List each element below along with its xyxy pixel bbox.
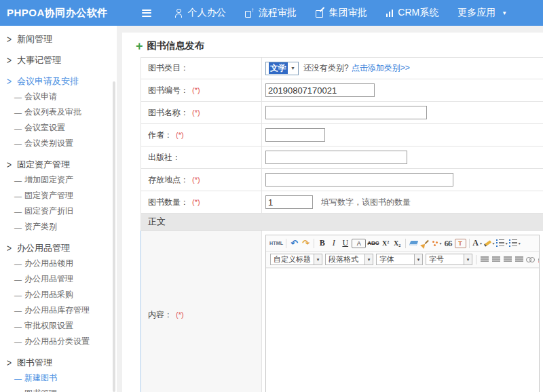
field-label: 图书编号： (*)	[141, 79, 262, 101]
field-label: 作者： (*)	[141, 124, 262, 146]
editor-content-area[interactable]	[266, 268, 539, 392]
sidebar-item-approval-permission[interactable]: — 审批权限设置	[0, 318, 117, 334]
sidebar-item-book-manage[interactable]: — 图书管理	[0, 386, 117, 392]
sidebar-item-asset-category[interactable]: — 资产类别	[0, 219, 117, 235]
form-row-book-code: 图书编号： (*)	[141, 79, 543, 102]
format-painter-icon[interactable]: ▾	[432, 237, 442, 249]
font-border-button[interactable]: A	[352, 239, 366, 248]
sidebar-group-office-supplies[interactable]: > 办公用品管理	[0, 240, 117, 256]
section-header-body-text: 正文	[141, 214, 543, 231]
font-color-button[interactable]: A▾	[472, 237, 483, 249]
dash-icon: —	[14, 93, 24, 101]
sidebar-item-meeting-category[interactable]: — 会议类别设置	[0, 136, 117, 151]
form-row-book-name: 图书名称： (*)	[141, 102, 543, 124]
ordered-list-icon[interactable]: ▾	[496, 237, 508, 249]
nav-personal-office[interactable]: 个人办公	[165, 7, 236, 19]
publisher-input[interactable]	[265, 151, 407, 164]
paste-as-text-icon[interactable]: T	[455, 239, 466, 248]
clear-format-broom-icon[interactable]	[420, 237, 430, 249]
category-select[interactable]: 文学 ▼	[265, 62, 299, 75]
strikethrough-button[interactable]: ABC	[367, 237, 379, 249]
nav-label: 流程审批	[259, 7, 297, 19]
required-mark: (*)	[176, 131, 184, 139]
bold-button[interactable]: B	[317, 237, 327, 249]
align-center-icon[interactable]	[491, 254, 501, 265]
underline-button[interactable]: U	[340, 237, 350, 249]
subscript-button[interactable]: X₂	[392, 237, 402, 249]
sidebar-item-supplies-inventory[interactable]: — 办公用品库存管理	[0, 302, 117, 318]
hamburger-menu-icon[interactable]	[139, 7, 154, 20]
caret-down-icon: ▼	[502, 10, 507, 16]
form-row-location: 存放地点： (*)	[141, 169, 543, 191]
sidebar-group-fixed-assets[interactable]: > 固定资产管理	[0, 157, 117, 172]
dash-icon: —	[14, 176, 24, 184]
sidebar-item-supplies-claim[interactable]: — 办公用品领用	[0, 256, 117, 271]
superscript-button[interactable]: X²	[381, 237, 391, 249]
custom-heading-select[interactable]: 自定义标题 ▾	[270, 254, 322, 265]
sidebar-item-label: 资产类别	[24, 221, 57, 233]
chevron-right-icon: >	[7, 33, 17, 44]
sidebar-item-meeting-room[interactable]: — 会议室设置	[0, 120, 117, 136]
sidebar-item-meeting-apply[interactable]: — 会议申请	[0, 89, 117, 104]
align-right-icon[interactable]	[502, 254, 512, 265]
form-row-quantity: 图书数量： (*) 填写数字，该图书的数量	[141, 191, 543, 214]
editor-toolbar-row1: HTML ↶ ↷ B I U A ABC X² X₂	[266, 235, 539, 252]
paragraph-format-select[interactable]: 段落格式 ▾	[325, 254, 373, 265]
location-input[interactable]	[265, 173, 453, 187]
page-title-text: 图书信息发布	[147, 40, 204, 52]
sidebar-item-add-asset[interactable]: — 增加固定资产	[0, 172, 117, 188]
eraser-icon[interactable]	[409, 237, 419, 249]
nav-workflow-approval[interactable]: ↑ 流程审批	[236, 7, 306, 19]
sidebar-group-news[interactable]: > 新闻管理	[0, 31, 117, 47]
chevron-right-icon: >	[7, 159, 17, 170]
chevron-right-icon: >	[7, 357, 17, 368]
font-size-select[interactable]: 字号 ▾	[426, 254, 472, 265]
italic-button[interactable]: I	[329, 237, 339, 249]
sidebar-item-label: 办公用品管理	[24, 273, 73, 285]
link-icon[interactable]	[525, 254, 536, 265]
sidebar-item-supplies-manage[interactable]: — 办公用品管理	[0, 271, 117, 287]
highlight-pen-icon[interactable]: ▾	[484, 237, 495, 249]
sidebar-item-label: 新建图书	[24, 372, 57, 384]
sidebar-item-supplies-purchase[interactable]: — 办公用品采购	[0, 287, 117, 302]
sidebar-item-meeting-list[interactable]: — 会议列表及审批	[0, 104, 117, 120]
sidebar-group-books[interactable]: > 图书管理	[0, 355, 117, 370]
nav-label: CRM系统	[398, 7, 438, 19]
book-code-input[interactable]	[265, 83, 375, 97]
font-family-select[interactable]: 字体 ▾	[376, 254, 423, 265]
toolbar-separator	[314, 239, 314, 248]
unordered-list-icon[interactable]: ▾	[509, 237, 521, 249]
html-source-button[interactable]: HTML	[269, 237, 283, 249]
sidebar-item-label: 新闻管理	[17, 33, 52, 45]
nav-more-apps[interactable]: 更多应用 ▼	[448, 7, 517, 19]
sidebar-item-label: 会议列表及审批	[24, 106, 81, 118]
chevron-right-icon: >	[7, 242, 17, 253]
toolbar-separator	[469, 239, 470, 248]
unlink-icon[interactable]	[537, 254, 539, 265]
sidebar-item-new-book[interactable]: — 新建图书	[0, 370, 117, 386]
redo-icon[interactable]: ↷	[301, 237, 311, 249]
sidebar-item-supplies-category[interactable]: — 办公用品分类设置	[0, 334, 117, 349]
align-justify-icon[interactable]	[514, 254, 524, 265]
sidebar-item-label: 会议申请及安排	[17, 75, 79, 87]
sidebar-item-asset-manage[interactable]: — 固定资产管理	[0, 188, 117, 203]
blockquote-button[interactable]: 66	[443, 237, 453, 249]
sidebar-item-asset-depreciation[interactable]: — 固定资产折旧	[0, 203, 117, 219]
sidebar-group-events[interactable]: > 大事记管理	[0, 52, 117, 68]
nav-crm-system[interactable]: CRM系统	[377, 7, 448, 19]
sidebar-item-label: 办公用品分类设置	[24, 336, 90, 347]
quantity-input[interactable]	[265, 195, 313, 209]
sidebar-group-meeting[interactable]: > 会议申请及安排	[0, 73, 117, 89]
align-left-icon[interactable]	[479, 254, 489, 265]
add-category-link[interactable]: 点击添加类别>>	[352, 62, 410, 74]
sidebar-scrollbar[interactable]	[113, 81, 115, 392]
field-label: 存放地点： (*)	[141, 169, 262, 191]
sidebar-item-label: 大事记管理	[17, 54, 61, 66]
undo-icon[interactable]: ↶	[289, 237, 299, 249]
field-label: 图书名称： (*)	[141, 102, 262, 123]
dash-icon: —	[14, 322, 24, 330]
app-brand: PHPOA协同办公软件	[7, 7, 108, 20]
nav-group-approval[interactable]: 集团审批	[306, 7, 377, 19]
book-name-input[interactable]	[265, 106, 427, 119]
author-input[interactable]	[265, 128, 325, 142]
